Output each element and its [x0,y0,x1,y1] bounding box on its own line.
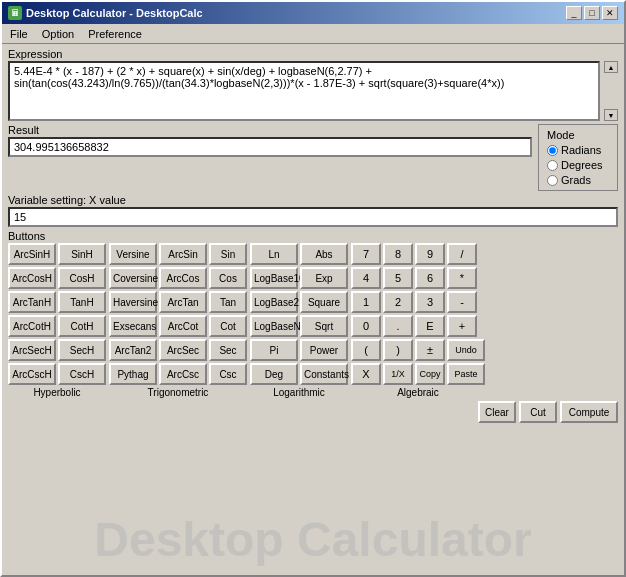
btn-multiply[interactable]: * [447,267,477,289]
title-bar: 🖩 Desktop Calculator - DesktopCalc _ □ ✕ [2,2,624,24]
btn-x[interactable]: X [351,363,381,385]
btn-plus[interactable]: + [447,315,477,337]
arccosh-button[interactable]: ArcCosH [8,267,56,289]
mode-grads[interactable]: Grads [547,174,609,186]
action-buttons-row: Clear Cut Compute [8,401,618,423]
minimize-button[interactable]: _ [566,6,582,20]
mode-degrees[interactable]: Degrees [547,159,609,171]
result-input[interactable]: 304.995136658832 [8,137,532,157]
btn-1[interactable]: 1 [351,291,381,313]
btn-4[interactable]: 4 [351,267,381,289]
num-row-6: X 1/X Copy Paste [351,363,485,385]
btn-1x[interactable]: 1/X [383,363,413,385]
arcsin-button[interactable]: ArcSin [159,243,207,265]
menu-option[interactable]: Option [38,27,78,41]
haversine-button[interactable]: Haversine [109,291,157,313]
window-title: Desktop Calculator - DesktopCalc [26,7,203,19]
menu-file[interactable]: File [6,27,32,41]
btn-9[interactable]: 9 [415,243,445,265]
btn-6[interactable]: 6 [415,267,445,289]
pythag-button[interactable]: Pythag [109,363,157,385]
hyp-row-6: ArcCscH CscH [8,363,106,385]
exsecans-button[interactable]: Exsecans [109,315,157,337]
arccoth-button[interactable]: ArcCotH [8,315,56,337]
close-button[interactable]: ✕ [602,6,618,20]
arccsc-button[interactable]: ArcCsc [159,363,207,385]
compute-button[interactable]: Compute [560,401,618,423]
abs-button[interactable]: Abs [300,243,348,265]
logbase2-button[interactable]: LogBase2 [250,291,298,313]
expr-scroll-up[interactable]: ▲ [604,61,618,73]
trig-row-1: Versine ArcSin Sin [109,243,247,265]
versine-button[interactable]: Versine [109,243,157,265]
arctan-button[interactable]: ArcTan [159,291,207,313]
btn-plusminus[interactable]: ± [415,339,445,361]
num-row-3: 1 2 3 - [351,291,485,313]
copy-button[interactable]: Copy [415,363,445,385]
cot-button[interactable]: Cot [209,315,247,337]
arccsch-button[interactable]: ArcCscH [8,363,56,385]
trig-group: Versine ArcSin Sin Coversine ArcCos Cos … [109,243,247,398]
num-row-2: 4 5 6 * [351,267,485,289]
hyp-row-3: ArcTanH TanH [8,291,106,313]
hyp-row-4: ArcCotH CotH [8,315,106,337]
pi-button[interactable]: Pi [250,339,298,361]
logbasen-button[interactable]: LogBaseN [250,315,298,337]
logbase10-button[interactable]: LogBase10 [250,267,298,289]
sec-button[interactable]: Sec [209,339,247,361]
buttons-section: Buttons ArcSinH SinH ArcCosH CosH [8,230,618,423]
arcsech-button[interactable]: ArcSecH [8,339,56,361]
paste-button[interactable]: Paste [447,363,485,385]
clear-button[interactable]: Clear [478,401,516,423]
btn-3[interactable]: 3 [415,291,445,313]
power-button[interactable]: Power [300,339,348,361]
btn-5[interactable]: 5 [383,267,413,289]
btn-dot[interactable]: . [383,315,413,337]
coversine-button[interactable]: Coversine [109,267,157,289]
expression-input[interactable]: 5.44E-4 * (x - 187) + (2 * x) + square(x… [8,61,600,121]
cut-button[interactable]: Cut [519,401,557,423]
cosh-button[interactable]: CosH [58,267,106,289]
btn-e[interactable]: E [415,315,445,337]
sin-button[interactable]: Sin [209,243,247,265]
sqrt-button[interactable]: Sqrt [300,315,348,337]
trig-row-2: Coversine ArcCos Cos [109,267,247,289]
arctan2-button[interactable]: ArcTan2 [109,339,157,361]
menu-bar: File Option Preference [2,24,624,44]
tan-button[interactable]: Tan [209,291,247,313]
maximize-button[interactable]: □ [584,6,600,20]
variable-input[interactable]: 15 [8,207,618,227]
arcsinh-button[interactable]: ArcSinH [8,243,56,265]
btn-rparen[interactable]: ) [383,339,413,361]
btn-0[interactable]: 0 [351,315,381,337]
btn-8[interactable]: 8 [383,243,413,265]
expression-section: Expression 5.44E-4 * (x - 187) + (2 * x)… [8,48,618,121]
coth-button[interactable]: CotH [58,315,106,337]
mode-radians[interactable]: Radians [547,144,609,156]
arccos-button[interactable]: ArcCos [159,267,207,289]
constants-button[interactable]: Constants [300,363,348,385]
sinh-button[interactable]: SinH [58,243,106,265]
btn-lparen[interactable]: ( [351,339,381,361]
cos-button[interactable]: Cos [209,267,247,289]
trig-row-3: Haversine ArcTan Tan [109,291,247,313]
menu-preference[interactable]: Preference [84,27,146,41]
exp-button[interactable]: Exp [300,267,348,289]
arccot-button[interactable]: ArcCot [159,315,207,337]
btn-7[interactable]: 7 [351,243,381,265]
undo-button[interactable]: Undo [447,339,485,361]
arctanh-button[interactable]: ArcTanH [8,291,56,313]
expr-scroll-down[interactable]: ▼ [604,109,618,121]
ln-button[interactable]: Ln [250,243,298,265]
csc-button[interactable]: Csc [209,363,247,385]
btn-minus[interactable]: - [447,291,477,313]
button-groups: ArcSinH SinH ArcCosH CosH ArcTanH TanH [8,243,618,398]
btn-divide[interactable]: / [447,243,477,265]
arcsec-button[interactable]: ArcSec [159,339,207,361]
btn-2[interactable]: 2 [383,291,413,313]
square-button[interactable]: Square [300,291,348,313]
deg-button[interactable]: Deg [250,363,298,385]
tanh-button[interactable]: TanH [58,291,106,313]
csch-button[interactable]: CscH [58,363,106,385]
sech-button[interactable]: SecH [58,339,106,361]
